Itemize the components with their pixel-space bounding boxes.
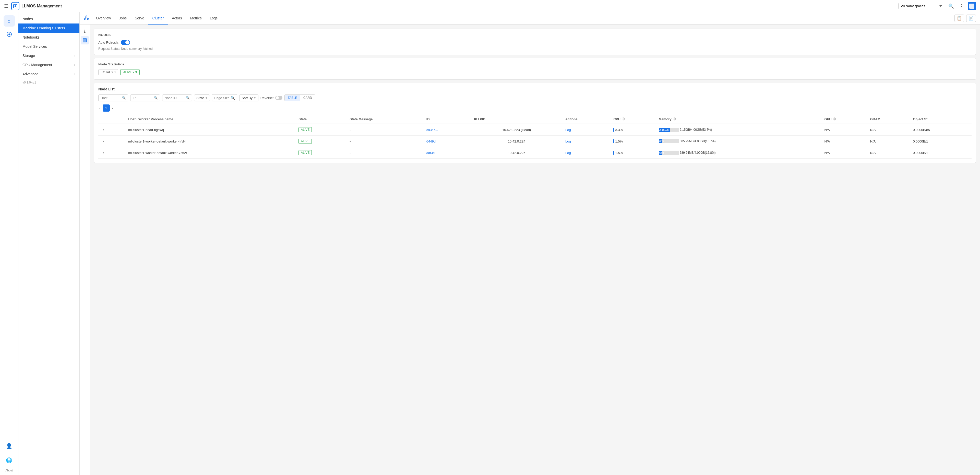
cell-state: ALIVE	[296, 135, 347, 147]
nav-item-gpu-management[interactable]: GPU Management ›	[18, 60, 80, 70]
namespace-selector[interactable]: All Namespaces	[898, 3, 944, 9]
host-input[interactable]	[100, 96, 121, 100]
tab-jobs[interactable]: Jobs	[115, 12, 131, 24]
page-size-input[interactable]	[214, 96, 229, 100]
expand-row-button[interactable]: ›	[101, 139, 105, 143]
cell-host: ml-cluster1-worker-default-worker-hfvl4	[125, 135, 296, 147]
ip-input[interactable]	[132, 96, 153, 100]
memory-highlight: 2.15GB	[659, 128, 669, 132]
th-memory: Memory ⓘ	[656, 115, 821, 124]
globe-icon[interactable]: 🌐	[3, 454, 15, 466]
cell-cpu: 3.3%	[610, 124, 655, 135]
page-1-button[interactable]: 1	[103, 104, 110, 112]
cell-host: ml-cluster1-worker-default-worker-7s62t	[125, 147, 296, 159]
topbar-right: All Namespaces 🔍 ⋮	[898, 2, 976, 10]
cell-memory: 685 685.25MB/4.00GB(16.7%)	[656, 135, 821, 147]
state-badge: ALIVE	[299, 150, 312, 155]
memory-highlight: 685	[659, 139, 664, 143]
svg-point-9	[84, 18, 86, 20]
doc-button[interactable]: 📄	[966, 14, 976, 22]
table-panel-icon[interactable]	[81, 36, 89, 45]
card-view-button[interactable]: CARD	[300, 95, 315, 101]
log-link[interactable]: Log	[565, 139, 571, 143]
sidebar: ⌂ 👤 🌐 About	[0, 12, 18, 475]
svg-line-12	[86, 17, 88, 18]
more-menu-button[interactable]: ⋮	[958, 2, 965, 10]
tab-serve[interactable]: Serve	[131, 12, 148, 24]
cell-memory: 689 689.24MB/4.00GB(16.8%)	[656, 147, 821, 159]
expand-row-button[interactable]: ›	[101, 128, 105, 132]
node-id-filter: 🔍	[162, 94, 192, 101]
th-cpu: CPU ⓘ	[610, 115, 655, 124]
cell-cpu: 1.5%	[610, 135, 655, 147]
memory-bar: 2.15GB	[659, 128, 679, 132]
cell-gram: N/A	[867, 147, 910, 159]
nav-item-advanced[interactable]: Advanced ›	[18, 70, 80, 79]
cell-id: c83c7...	[423, 124, 471, 135]
tab-bar-cluster-icon	[84, 15, 89, 21]
cpu-bar-indicator	[613, 128, 614, 132]
tab-actors[interactable]: Actors	[168, 12, 186, 24]
tab-logs[interactable]: Logs	[206, 12, 222, 24]
cell-state: ALIVE	[296, 147, 347, 159]
clipboard-button[interactable]: 📋	[955, 14, 964, 22]
search-button[interactable]: 🔍	[947, 2, 955, 10]
tab-metrics[interactable]: Metrics	[186, 12, 206, 24]
sidebar-icon-home[interactable]: ⌂	[3, 15, 15, 27]
info-panel-icon[interactable]: ℹ	[81, 27, 89, 35]
nav-item-notebooks[interactable]: Notebooks	[18, 33, 80, 42]
sort-by-filter[interactable]: Sort By ▼	[239, 94, 258, 101]
cell-gpu: N/A	[821, 124, 867, 135]
nav-item-model-services[interactable]: Model Services	[18, 42, 80, 51]
cell-cpu: 1.5%	[610, 147, 655, 159]
gpu-info-icon[interactable]: ⓘ	[833, 117, 836, 121]
prev-page-button[interactable]: ‹	[98, 105, 102, 111]
nav-sidebar: Nodes Machine Learning Clusters Notebook…	[18, 12, 80, 475]
cpu-pct-label: 3.3%	[615, 128, 623, 132]
next-page-button[interactable]: ›	[111, 105, 114, 111]
nav-item-ml-clusters[interactable]: Machine Learning Clusters	[18, 24, 80, 33]
nav-item-storage[interactable]: Storage ›	[18, 51, 80, 60]
node-list-title: Node List	[98, 87, 972, 91]
auto-refresh-toggle[interactable]	[121, 40, 130, 45]
cell-object-store: 0.0000B/85	[910, 124, 972, 135]
svg-point-10	[88, 18, 89, 20]
user-icon[interactable]: 👤	[3, 440, 15, 451]
cell-id: adf3e...	[423, 147, 471, 159]
view-toggle: TABLE CARD	[285, 94, 315, 101]
node-id-link[interactable]: 6449d...	[426, 139, 438, 143]
memory-text-label: 685.25MB/4.00GB(16.7%)	[680, 139, 716, 143]
cpu-info-icon[interactable]: ⓘ	[622, 117, 625, 121]
menu-icon[interactable]: ☰	[4, 3, 8, 9]
cell-actions: Log	[562, 124, 610, 135]
log-link[interactable]: Log	[565, 128, 571, 132]
table-row: ›ml-cluster1-head-bgdwqALIVE-c83c7...10.…	[98, 124, 972, 135]
tab-cluster[interactable]: Cluster	[148, 12, 168, 24]
memory-bar-fill: 2.15GB	[659, 128, 670, 132]
svg-point-8	[86, 16, 87, 17]
logo-icon	[11, 2, 19, 10]
content-area: Overview Jobs Serve Cluster Actors Metri…	[80, 12, 980, 475]
reverse-toggle[interactable]	[275, 96, 282, 100]
node-id-link[interactable]: c83c7...	[426, 128, 438, 132]
main-content: NODES Auto Refresh: Request Status: Node…	[90, 24, 980, 475]
request-status: Request Status: Node summary fetched.	[98, 47, 972, 51]
advanced-arrow-icon: ›	[74, 72, 75, 76]
log-link[interactable]: Log	[565, 151, 571, 155]
table-header-row: Host / Worker Process name State State M…	[98, 115, 972, 124]
node-id-input[interactable]	[164, 96, 185, 100]
cell-host: ml-cluster1-head-bgdwq	[125, 124, 296, 135]
memory-bar: 689	[659, 151, 679, 155]
memory-info-icon[interactable]: ⓘ	[673, 117, 676, 121]
tab-overview[interactable]: Overview	[92, 12, 115, 24]
nav-item-nodes[interactable]: Nodes	[18, 14, 80, 24]
table-row: ›ml-cluster1-worker-default-worker-hfvl4…	[98, 135, 972, 147]
table-view-button[interactable]: TABLE	[285, 95, 300, 101]
sidebar-icon-ml[interactable]	[3, 29, 15, 40]
node-id-link[interactable]: adf3e...	[426, 151, 438, 155]
svg-point-3	[8, 33, 10, 35]
expand-row-button[interactable]: ›	[101, 150, 105, 155]
cell-id: 6449d...	[423, 135, 471, 147]
state-filter[interactable]: State ▼	[194, 94, 210, 101]
about-link[interactable]: About	[4, 468, 14, 473]
